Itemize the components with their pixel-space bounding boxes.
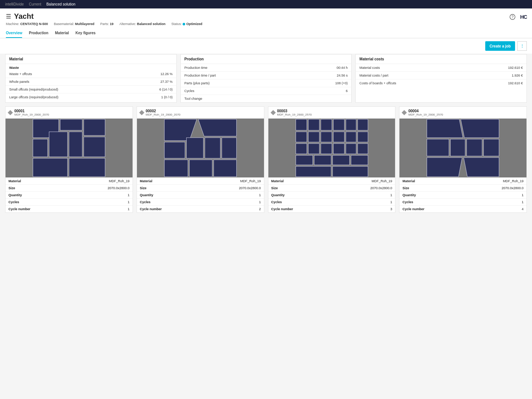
board-card[interactable]: 00002 MDF_Roh_19_2800_2070 MaterialMDF_R… [137, 106, 264, 213]
svg-marker-44 [427, 119, 463, 138]
tab-production[interactable]: Production [29, 29, 48, 38]
nesting-preview [268, 119, 395, 177]
svg-rect-5 [33, 139, 47, 157]
svg-rect-17 [164, 160, 188, 177]
svg-rect-42 [296, 166, 331, 177]
svg-rect-33 [308, 144, 319, 154]
svg-rect-26 [296, 132, 307, 142]
svg-rect-35 [333, 144, 344, 154]
board-card[interactable]: 00004 MDF_Roh_19_2800_2570 MaterialMDF_R… [399, 106, 527, 213]
svg-rect-48 [467, 139, 482, 156]
board-id: 00001 [14, 109, 49, 113]
svg-rect-8 [84, 137, 105, 157]
svg-rect-18 [189, 160, 212, 177]
svg-rect-34 [321, 144, 332, 154]
svg-rect-41 [351, 155, 368, 165]
create-job-button[interactable]: Create a job [485, 41, 515, 51]
nesting-preview [137, 119, 264, 177]
more-actions-button[interactable]: ⋮ [517, 41, 527, 51]
boards-grid: 00001 MDF_Roh_19_2800_2070 MaterialMDF_R… [5, 106, 527, 213]
svg-marker-45 [461, 119, 499, 138]
app-name: intelliDivide [5, 2, 24, 6]
board-material-code: MDF_Roh_19_2800_2570 [277, 113, 312, 116]
svg-rect-22 [321, 119, 332, 130]
meta-row: Machine: CENTATEQ N-500 Basematerial: Mu… [6, 22, 526, 26]
board-icon [139, 110, 144, 115]
brand-logo: HC [520, 14, 527, 20]
nesting-preview [6, 119, 133, 177]
svg-marker-12 [198, 119, 236, 136]
tab-overview[interactable]: Overview [6, 29, 22, 38]
action-bar: Create a job ⋮ [0, 38, 532, 54]
board-id: 00002 [146, 109, 180, 113]
board-id: 00003 [277, 109, 312, 113]
tab-material[interactable]: Material [55, 29, 69, 38]
waste-subhead: Waste [6, 64, 176, 70]
svg-marker-50 [427, 158, 462, 177]
production-panel: Production Production time00:44 h Produc… [180, 54, 352, 103]
svg-rect-46 [427, 139, 449, 156]
svg-rect-28 [321, 132, 332, 142]
svg-rect-6 [49, 132, 67, 157]
production-panel-title: Production [181, 54, 352, 64]
tab-key-figures[interactable]: Key figures [75, 29, 95, 38]
svg-rect-25 [357, 119, 368, 130]
svg-rect-13 [164, 142, 185, 158]
svg-rect-38 [296, 155, 313, 165]
board-card[interactable]: 00001 MDF_Roh_19_2800_2070 MaterialMDF_R… [5, 106, 133, 213]
svg-rect-3 [60, 119, 82, 130]
costs-panel-title: Material costs [356, 54, 526, 64]
page-header: ☰ Yacht Machine: CENTATEQ N-500 Basemate… [0, 8, 532, 38]
svg-rect-9 [33, 158, 67, 177]
svg-rect-39 [314, 155, 331, 165]
board-card[interactable]: 00003 MDF_Roh_19_2800_2570 MaterialMDF_R… [268, 106, 396, 213]
svg-rect-23 [333, 119, 344, 130]
material-panel: Material Waste Waste + offcuts12.26 % Wh… [5, 54, 177, 103]
svg-marker-51 [464, 158, 499, 177]
material-panel-title: Material [6, 54, 176, 64]
svg-rect-4 [84, 119, 105, 135]
help-icon[interactable]: ? [508, 13, 517, 21]
menu-icon[interactable]: ☰ [6, 13, 11, 20]
svg-rect-36 [346, 144, 356, 154]
svg-rect-19 [214, 160, 236, 177]
svg-text:?: ? [511, 15, 514, 19]
board-icon [402, 110, 407, 115]
svg-rect-21 [308, 119, 319, 130]
board-material-code: MDF_Roh_19_2800_2570 [408, 113, 443, 116]
svg-rect-16 [222, 138, 236, 158]
svg-rect-14 [186, 138, 203, 158]
svg-rect-7 [69, 132, 82, 157]
svg-rect-20 [296, 119, 307, 130]
breadcrumb-current[interactable]: Current [29, 2, 41, 6]
nesting-preview [399, 119, 526, 177]
svg-rect-27 [308, 132, 319, 142]
svg-rect-30 [346, 132, 356, 142]
top-breadcrumb-bar: intelliDivide Current Balanced solution [0, 0, 532, 8]
status-dot-icon [183, 23, 185, 25]
svg-rect-24 [346, 119, 356, 130]
board-id: 00004 [408, 109, 443, 113]
svg-rect-43 [332, 166, 368, 177]
svg-rect-31 [357, 132, 368, 142]
svg-rect-40 [332, 155, 349, 165]
costs-panel: Material costs Material costs192.610 € M… [355, 54, 527, 103]
svg-rect-32 [296, 144, 307, 154]
tab-bar: Overview Production Material Key figures [6, 29, 526, 38]
board-material-code: MDF_Roh_19_2800_2070 [14, 113, 49, 116]
breadcrumb-solution[interactable]: Balanced solution [46, 2, 75, 6]
svg-rect-10 [69, 158, 105, 177]
board-icon [270, 110, 275, 115]
svg-rect-47 [451, 139, 465, 156]
svg-rect-49 [484, 139, 499, 156]
svg-rect-29 [333, 132, 344, 142]
svg-rect-15 [205, 138, 220, 158]
board-icon [8, 110, 13, 115]
page-title: Yacht [14, 12, 34, 21]
board-material-code: MDF_Roh_19_2800_2070 [146, 113, 180, 116]
svg-marker-11 [164, 119, 197, 141]
svg-rect-37 [357, 144, 368, 154]
